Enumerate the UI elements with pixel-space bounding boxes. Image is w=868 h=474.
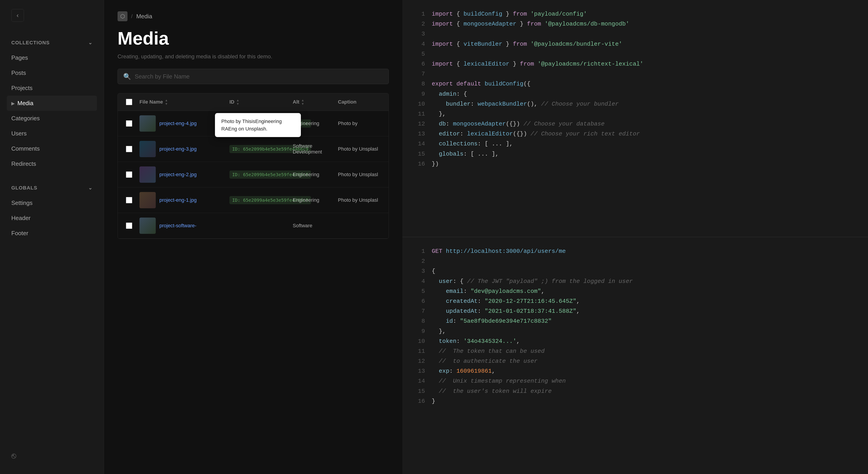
code-line-1: 1import { buildConfig } from 'payload/co… — [414, 9, 857, 19]
sidebar-item-pages[interactable]: Pages — [7, 50, 97, 65]
code-line-7: 7 — [414, 69, 857, 79]
row-1-checkbox[interactable] — [126, 146, 132, 152]
code-line-9: 9 admin: { — [414, 89, 857, 99]
col-id[interactable]: ID ▲▼ — [226, 93, 289, 111]
row-4-checkbox[interactable] — [126, 223, 132, 229]
cell-id-3: ID: 65e2099a4e5e3e59fe4466c3 — [226, 191, 289, 209]
code-line-11: 11 }, — [414, 109, 857, 119]
file-link-4[interactable]: project-software- — [159, 223, 196, 229]
col-filename-label: File Name — [140, 99, 163, 105]
logout-icon[interactable]: ⎋ — [11, 451, 16, 460]
cell-id-2: ID: 65e2099b4e5e3e59fe4466c6 — [226, 166, 289, 183]
sidebar-globals-section: Globals ⌄ Settings Header Footer — [0, 180, 104, 241]
thumb-inner-0 — [140, 115, 156, 131]
sidebar-item-categories-label: Categories — [11, 115, 40, 122]
tooltip-0: Photo by ThisisEngineering RAEng on Unsp… — [215, 113, 301, 137]
table-row: project-software- Software — [118, 213, 389, 239]
sidebar-item-footer[interactable]: Footer — [7, 226, 97, 241]
globals-header[interactable]: Globals ⌄ — [7, 180, 97, 196]
breadcrumb-separator: / — [131, 13, 133, 20]
cell-caption-2: Photo by Unsplasl — [334, 167, 384, 182]
cell-id-1: ID: 65e2099b4e5e3e59fe4466c9 — [226, 141, 289, 158]
file-link-0[interactable]: project-eng-4.jpg — [159, 121, 197, 126]
code-bottom-line-9: 9 }, — [414, 326, 857, 336]
thumb-4 — [140, 217, 156, 234]
sidebar-item-comments-label: Comments — [11, 145, 40, 152]
code-bottom-line-12: 12 // to authenticate the user — [414, 356, 857, 366]
sidebar-toggle[interactable]: ‹ — [11, 9, 24, 22]
code-bottom-line-2: 2 — [414, 256, 857, 266]
code-bottom-line-7: 7 updatedAt: "2021-01-02T18:37:41.588Z", — [414, 306, 857, 316]
sidebar-logo-area: ‹ — [0, 9, 104, 35]
code-bottom-line-15: 15 // the user's token will expire — [414, 386, 857, 396]
sort-filename-icon: ▲▼ — [165, 98, 168, 106]
thumb-2 — [140, 167, 156, 183]
thumb-3 — [140, 192, 156, 208]
col-filename[interactable]: File Name ▲▼ — [136, 93, 226, 111]
collections-chevron-icon: ⌄ — [88, 40, 92, 46]
code-bottom-line-16: 16} — [414, 396, 857, 406]
code-line-15: 15 globals: [ ... ], — [414, 149, 857, 159]
code-bottom-line-3: 3{ — [414, 266, 857, 276]
cell-caption-4 — [334, 221, 384, 230]
code-line-6: 6import { lexicalEditor } from '@payload… — [414, 59, 857, 69]
sidebar-item-comments[interactable]: Comments — [7, 141, 97, 156]
file-link-2[interactable]: project-eng-2.jpg — [159, 172, 197, 178]
code-line-4: 4import { viteBundler } from '@payloadcm… — [414, 39, 857, 49]
row-0-checkbox[interactable] — [126, 120, 132, 127]
cms-panel: ‹ Collections ⌄ Pages Posts Projects ▶ M… — [0, 0, 402, 474]
col-alt[interactable]: Alt ▲▼ — [289, 93, 334, 111]
sidebar-item-redirects[interactable]: Redirects — [7, 156, 97, 171]
cell-filename-1: project-eng-3.jpg — [136, 136, 226, 162]
media-table: File Name ▲▼ ID ▲▼ Alt ▲▼ Caption — [118, 93, 389, 239]
code-line-8: 8export default buildConfig({ — [414, 79, 857, 89]
sidebar-item-header[interactable]: Header — [7, 211, 97, 226]
breadcrumb: ⬡ / Media — [104, 0, 402, 28]
sidebar: ‹ Collections ⌄ Pages Posts Projects ▶ M… — [0, 0, 104, 474]
cell-caption-1: Photo by Unsplasl — [334, 142, 384, 156]
code-line-14: 14 collections: [ ... ], — [414, 139, 857, 149]
sidebar-item-categories[interactable]: Categories — [7, 111, 97, 126]
sidebar-item-users[interactable]: Users — [7, 126, 97, 141]
search-input[interactable] — [135, 73, 383, 80]
cell-filename-0: project-eng-4.jpg — [136, 111, 226, 136]
cell-alt-4: Software — [289, 218, 334, 233]
sidebar-item-redirects-label: Redirects — [11, 160, 36, 167]
file-link-3[interactable]: project-eng-1.jpg — [159, 197, 197, 203]
sidebar-item-projects[interactable]: Projects — [7, 81, 97, 96]
cell-alt-1: Software Development — [289, 139, 334, 159]
page-subtitle: Creating, updating, and deleting media i… — [104, 53, 402, 69]
col-id-label: ID — [229, 99, 235, 105]
thumb-inner-4 — [140, 217, 156, 234]
cell-id-4 — [226, 221, 289, 230]
collapse-icon: ‹ — [17, 12, 19, 19]
cell-filename-2: project-eng-2.jpg — [136, 162, 226, 187]
sidebar-collections-section: Collections ⌄ Pages Posts Projects ▶ Med… — [0, 35, 104, 171]
table-row: project-eng-2.jpg ID: 65e2099b4e5e3e59fe… — [118, 162, 389, 187]
code-line-5: 5 — [414, 49, 857, 59]
col-alt-label: Alt — [293, 99, 299, 105]
thumb-inner-3 — [140, 192, 156, 208]
code-bottom-line-8: 8 id: "5ae8f9bde69e394e717c8832" — [414, 316, 857, 326]
sidebar-item-media[interactable]: ▶ Media — [7, 96, 97, 111]
cell-alt-3: Engineering — [289, 193, 334, 208]
file-link-1[interactable]: project-eng-3.jpg — [159, 146, 197, 152]
code-bottom-line-14: 14 // Unix timestamp representing when — [414, 376, 857, 386]
col-caption: Caption — [334, 93, 384, 111]
media-arrow-icon: ▶ — [11, 101, 15, 106]
cell-checkbox-4 — [122, 218, 136, 233]
search-icon: 🔍 — [123, 73, 131, 80]
sidebar-item-posts[interactable]: Posts — [7, 65, 97, 81]
sidebar-item-pages-label: Pages — [11, 54, 28, 61]
breadcrumb-current: Media — [136, 13, 152, 20]
row-3-checkbox[interactable] — [126, 197, 132, 203]
cell-caption-0: Photo by Photo by ThisisEngineering RAEn… — [334, 116, 384, 131]
code-panel: 1import { buildConfig } from 'payload/co… — [402, 0, 868, 474]
home-logo[interactable]: ⬡ — [118, 11, 127, 21]
code-line-3: 3 — [414, 29, 857, 39]
row-2-checkbox[interactable] — [126, 171, 132, 178]
select-all-checkbox[interactable] — [126, 99, 132, 105]
code-block-top: 1import { buildConfig } from 'payload/co… — [402, 0, 868, 237]
collections-header[interactable]: Collections ⌄ — [7, 35, 97, 50]
sidebar-item-settings[interactable]: Settings — [7, 196, 97, 211]
